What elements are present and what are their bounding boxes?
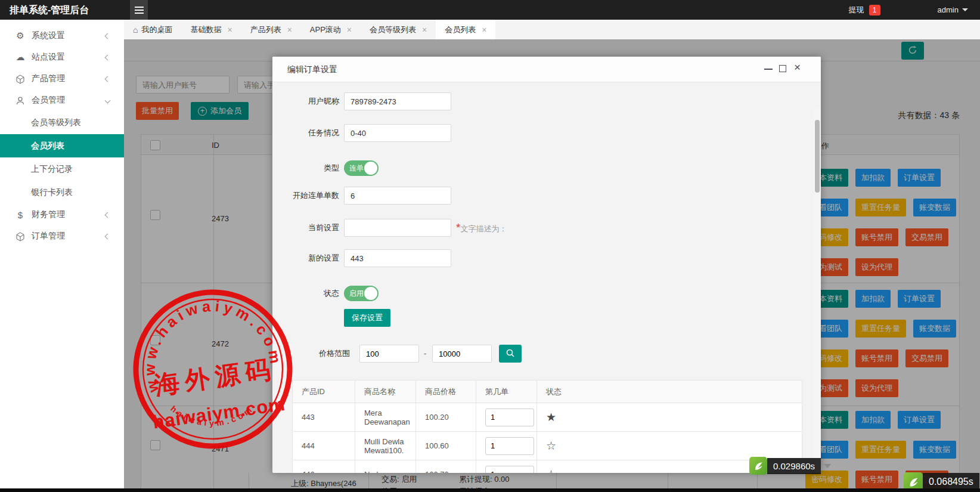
gear-icon: ⚙ bbox=[14, 30, 26, 41]
sidebar-item-site-settings[interactable]: ☁ 站点设置 bbox=[0, 47, 124, 68]
close-icon[interactable]: × bbox=[347, 26, 352, 34]
sidebar-item-member-level-list[interactable]: 会员等级列表 bbox=[0, 111, 124, 134]
sidebar-item-label: 会员管理 bbox=[32, 95, 65, 106]
order-number-input[interactable] bbox=[485, 437, 534, 455]
chevron-left-icon bbox=[105, 54, 111, 60]
tab-label: APP滚动 bbox=[310, 24, 341, 35]
current-setting-input[interactable] bbox=[344, 219, 451, 237]
price-min-input[interactable] bbox=[359, 345, 419, 363]
withdraw-link[interactable]: 提现 bbox=[849, 5, 864, 16]
home-icon: ⌂ bbox=[133, 25, 138, 35]
sidebar-item-label: 产品管理 bbox=[32, 73, 65, 84]
product-settings-table: 产品ID 商品名称 商品价格 第几单 状态 443 Mera Deewanapa… bbox=[292, 380, 802, 473]
withdraw-badge: 1 bbox=[869, 5, 880, 16]
toggle-knob bbox=[364, 162, 377, 175]
task-status-input[interactable] bbox=[344, 124, 451, 142]
toggle-knob bbox=[364, 287, 377, 300]
type-toggle[interactable]: 连单 bbox=[344, 160, 379, 176]
cell-product-price: 100.70 bbox=[416, 460, 476, 474]
admin-menu[interactable]: admin bbox=[938, 5, 968, 14]
price-search-button[interactable] bbox=[499, 345, 522, 363]
nickname-label: 用户昵称 bbox=[272, 92, 339, 110]
menu-toggle-icon[interactable] bbox=[130, 0, 148, 20]
tab-label: 基础数据 bbox=[190, 24, 221, 35]
admin-username: admin bbox=[938, 5, 959, 14]
sidebar: ⚙ 系统设置 ☁ 站点设置 产品管理 会员管理 会员等级列表 会员列表 上下分记… bbox=[0, 20, 124, 492]
close-icon[interactable]: × bbox=[794, 61, 801, 73]
chevron-left-icon bbox=[105, 233, 111, 239]
close-icon[interactable]: × bbox=[422, 26, 427, 34]
tabbar: ⌂ 我的桌面 基础数据× 产品列表× APP滚动× 会员等级列表× 会员列表× bbox=[124, 20, 980, 39]
current-setting-label: 当前设置 bbox=[272, 219, 339, 237]
star-icon[interactable]: ☆ bbox=[546, 440, 556, 452]
table-row: 443 Mera Deewanapan 100.20 ★ bbox=[293, 403, 802, 432]
star-icon[interactable]: ☆ bbox=[546, 468, 556, 473]
dollar-icon: $ bbox=[14, 210, 26, 220]
sidebar-item-score-records[interactable]: 上下分记录 bbox=[0, 157, 124, 181]
leaf-icon bbox=[749, 457, 767, 475]
cell-product-name: Mera Deewanapan bbox=[355, 403, 416, 432]
tab-member-list[interactable]: 会员列表× bbox=[436, 20, 495, 39]
tab-member-level-list[interactable]: 会员等级列表× bbox=[361, 20, 436, 39]
status-toggle[interactable]: 启用 bbox=[344, 286, 379, 301]
tab-label: 会员等级列表 bbox=[370, 24, 416, 35]
sidebar-item-finance-management[interactable]: $ 财务管理 bbox=[0, 204, 124, 225]
current-setting-hint: *文字描述为： bbox=[456, 219, 507, 238]
order-number-input[interactable] bbox=[485, 466, 534, 474]
tab-my-desktop[interactable]: ⌂ 我的桌面 bbox=[124, 20, 181, 39]
tab-basic-data[interactable]: 基础数据× bbox=[181, 20, 241, 39]
minimize-icon[interactable] bbox=[764, 69, 773, 70]
close-icon[interactable]: × bbox=[227, 26, 232, 34]
col-product-price: 商品价格 bbox=[416, 380, 476, 403]
modal-body: 用户昵称 任务情况 类型 连单 开始连单单数 当前设置 * bbox=[272, 82, 821, 473]
cell-product-id: 443 bbox=[293, 403, 355, 432]
chevron-left-icon bbox=[105, 33, 111, 39]
col-order-number: 第几单 bbox=[476, 380, 537, 403]
user-icon bbox=[14, 95, 26, 106]
modal-scrollbar-thumb[interactable] bbox=[815, 120, 820, 193]
table-header-row: 产品ID 商品名称 商品价格 第几单 状态 bbox=[293, 380, 802, 403]
tab-label: 会员列表 bbox=[445, 24, 476, 35]
price-max-input[interactable] bbox=[432, 345, 492, 363]
cell-product-id: 444 bbox=[293, 432, 355, 460]
col-status: 状态 bbox=[537, 380, 802, 403]
sidebar-item-system-settings[interactable]: ⚙ 系统设置 bbox=[0, 25, 124, 47]
status-toggle-label: 启用 bbox=[349, 286, 364, 301]
cell-product-price: 100.60 bbox=[416, 432, 476, 460]
start-count-input[interactable] bbox=[344, 187, 451, 205]
nickname-input[interactable] bbox=[344, 92, 451, 110]
chevron-left-icon bbox=[105, 76, 111, 82]
task-status-label: 任务情况 bbox=[272, 124, 339, 142]
new-setting-label: 新的设置 bbox=[272, 249, 339, 267]
chevron-down-icon[interactable] bbox=[824, 464, 831, 468]
cell-product-price: 100.20 bbox=[416, 403, 476, 432]
order-number-input[interactable] bbox=[485, 409, 534, 426]
cell-product-name: No Love bbox=[355, 460, 416, 474]
save-settings-button[interactable]: 保存设置 bbox=[344, 309, 390, 327]
star-icon[interactable]: ★ bbox=[546, 411, 556, 423]
perf-time-label: 0.029860s bbox=[767, 458, 821, 474]
col-product-name: 商品名称 bbox=[355, 380, 416, 403]
cell-product-name: Mulli Dewla Mewati100. bbox=[355, 432, 416, 460]
perf-badge: 0.029860s bbox=[749, 457, 831, 475]
tab-product-list[interactable]: 产品列表× bbox=[241, 20, 301, 39]
sidebar-item-order-management[interactable]: 订单管理 bbox=[0, 225, 124, 247]
sidebar-item-product-management[interactable]: 产品管理 bbox=[0, 68, 124, 89]
new-setting-input[interactable] bbox=[344, 249, 451, 267]
cell-product-id: 446 bbox=[293, 460, 355, 474]
maximize-icon[interactable] bbox=[779, 65, 786, 72]
close-icon[interactable]: × bbox=[287, 26, 292, 34]
col-product-id: 产品ID bbox=[293, 380, 355, 403]
sidebar-item-label: 订单管理 bbox=[32, 231, 65, 242]
app-title: 排单系统-管理后台 bbox=[10, 0, 89, 20]
chevron-left-icon bbox=[105, 212, 111, 218]
sidebar-item-member-management[interactable]: 会员管理 bbox=[0, 89, 124, 111]
sidebar-item-member-list[interactable]: 会员列表 bbox=[0, 134, 124, 157]
close-icon[interactable]: × bbox=[482, 26, 486, 34]
screen: 批量禁用 + 添加会员 共有数据：43 条 ID 操作 2473 2472 24… bbox=[0, 0, 980, 492]
table-row: 444 Mulli Dewla Mewati100. 100.60 ☆ bbox=[293, 432, 802, 460]
chevron-down-icon bbox=[105, 97, 111, 103]
tab-app-scroll[interactable]: APP滚动× bbox=[301, 20, 361, 39]
sidebar-item-bank-card-list[interactable]: 银行卡列表 bbox=[0, 181, 124, 204]
cloud-icon: ☁ bbox=[14, 52, 26, 63]
